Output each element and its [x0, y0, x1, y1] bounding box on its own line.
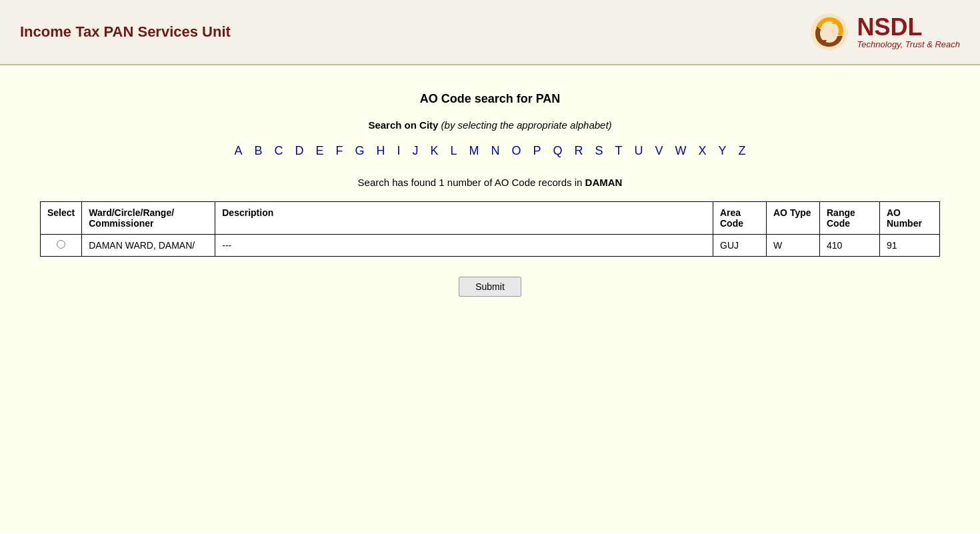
- alphabet-link-e[interactable]: E: [315, 144, 323, 158]
- ao-type-cell: W: [767, 235, 820, 257]
- col-header-description: Description: [215, 202, 713, 235]
- search-label-bold: Search on City: [368, 119, 438, 131]
- col-header-range-code: Range Code: [820, 202, 880, 235]
- submit-area: Submit: [40, 277, 940, 297]
- ward-cell: DAMAN WARD, DAMAN/: [82, 235, 215, 257]
- alphabet-link-p[interactable]: P: [533, 144, 541, 158]
- page-heading: AO Code search for PAN: [40, 92, 940, 106]
- alphabet-link-w[interactable]: W: [675, 144, 687, 158]
- alphabet-link-l[interactable]: L: [450, 144, 457, 158]
- result-prefix: Search has found 1 number of AO Code rec…: [358, 177, 583, 188]
- submit-button[interactable]: Submit: [459, 277, 521, 297]
- alphabet-link-m[interactable]: M: [469, 144, 479, 158]
- row-select-radio[interactable]: [57, 240, 65, 249]
- nsdl-logo-icon: [809, 12, 849, 52]
- alphabet-link-d[interactable]: D: [295, 144, 303, 158]
- col-header-select: Select: [41, 202, 82, 235]
- alphabet-link-b[interactable]: B: [254, 144, 262, 158]
- alphabet-row: ABCDEFGHIJKLMNOPQRSTUVWXYZ: [40, 144, 940, 158]
- alphabet-link-u[interactable]: U: [635, 144, 643, 158]
- alphabet-link-x[interactable]: X: [699, 144, 707, 158]
- result-city: DAMAN: [585, 177, 623, 188]
- alphabet-link-a[interactable]: A: [234, 144, 242, 158]
- col-header-area-code: Area Code: [713, 202, 767, 235]
- alphabet-link-y[interactable]: Y: [719, 144, 727, 158]
- alphabet-link-n[interactable]: N: [491, 144, 500, 158]
- ao-code-table: Select Ward/Circle/Range/ Commissioner D…: [40, 201, 940, 257]
- search-label: Search on City (by selecting the appropr…: [40, 119, 940, 131]
- alphabet-link-c[interactable]: C: [274, 144, 283, 158]
- col-header-ward: Ward/Circle/Range/ Commissioner: [82, 202, 215, 235]
- search-label-italic: (by selecting the appropriate alphabet): [441, 119, 612, 131]
- alphabet-link-q[interactable]: Q: [553, 144, 563, 158]
- result-text: Search has found 1 number of AO Code rec…: [40, 177, 940, 188]
- alphabet-link-k[interactable]: K: [430, 144, 438, 158]
- table-header-row: Select Ward/Circle/Range/ Commissioner D…: [41, 202, 940, 235]
- alphabet-link-z[interactable]: Z: [739, 144, 746, 158]
- col-header-ao-number: AO Number: [880, 202, 940, 235]
- col-header-ao-type: AO Type: [767, 202, 820, 235]
- page-title: Income Tax PAN Services Unit: [20, 23, 231, 41]
- alphabet-link-v[interactable]: V: [655, 144, 663, 158]
- nsdl-brand-name: NSDL: [857, 15, 923, 39]
- ao-number-cell: 91: [880, 235, 940, 257]
- alphabet-link-s[interactable]: S: [595, 144, 603, 158]
- logo-area: NSDL Technology, Trust & Reach: [809, 12, 960, 52]
- nsdl-logo-text: NSDL Technology, Trust & Reach: [857, 15, 960, 49]
- alphabet-link-o[interactable]: O: [512, 144, 521, 158]
- alphabet-link-g[interactable]: G: [355, 144, 364, 158]
- alphabet-link-i[interactable]: I: [397, 144, 400, 158]
- alphabet-link-h[interactable]: H: [376, 144, 385, 158]
- main-content: AO Code search for PAN Search on City (b…: [0, 65, 980, 533]
- nsdl-tagline: Technology, Trust & Reach: [857, 39, 960, 49]
- table-row: DAMAN WARD, DAMAN/---GUJW41091: [41, 235, 940, 257]
- alphabet-link-f[interactable]: F: [335, 144, 343, 158]
- description-cell: ---: [215, 235, 713, 257]
- alphabet-link-t[interactable]: T: [615, 144, 623, 158]
- alphabet-link-r[interactable]: R: [575, 144, 583, 158]
- area-code-cell: GUJ: [713, 235, 767, 257]
- alphabet-link-j[interactable]: J: [412, 144, 418, 158]
- range-code-cell: 410: [820, 235, 880, 257]
- header: Income Tax PAN Services Unit NSDL Techno…: [0, 0, 980, 65]
